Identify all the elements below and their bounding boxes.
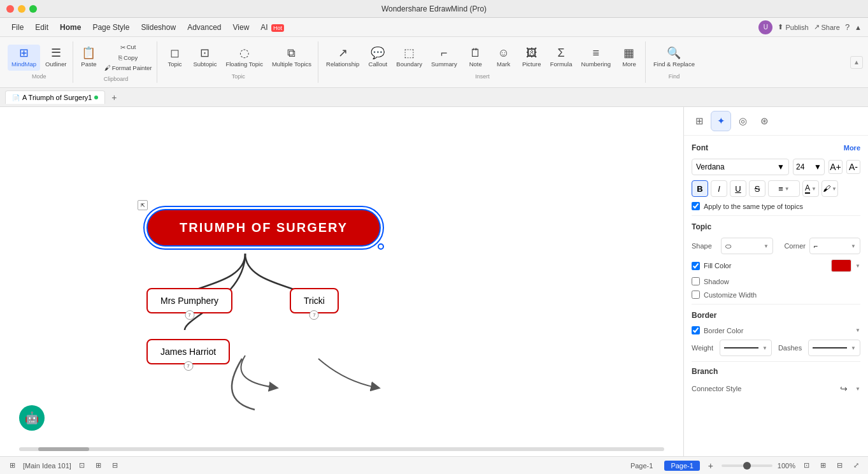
- highlight-button[interactable]: 🖌 ▼: [822, 180, 838, 197]
- font-size-decrease-button[interactable]: A-: [846, 160, 860, 174]
- user-avatar[interactable]: U: [758, 20, 772, 34]
- view-icon-3[interactable]: ⊟: [110, 460, 121, 471]
- font-family-select[interactable]: Verdana ▼: [692, 159, 789, 175]
- formula-button[interactable]: Σ Formula: [546, 45, 576, 70]
- boundary-button[interactable]: ⬚ Boundary: [392, 45, 426, 70]
- topic-button[interactable]: ◻ Topic: [161, 45, 188, 70]
- central-node[interactable]: TRIUMPH OF SURGERY: [146, 209, 381, 247]
- fill-color-swatch[interactable]: [831, 259, 851, 272]
- mark-button[interactable]: ☺ Mark: [490, 45, 517, 70]
- ai-bot-button[interactable]: 🤖: [19, 405, 45, 431]
- view-icon-2[interactable]: ⊞: [93, 460, 104, 471]
- apply-same-checkbox[interactable]: [692, 202, 700, 210]
- app-title: Wondershare EdrawMind (Pro): [381, 4, 487, 13]
- cut-button[interactable]: ✂ Cut: [102, 42, 155, 52]
- font-size-select[interactable]: 24 ▼: [793, 159, 825, 175]
- outliner-button[interactable]: ☰ Outliner: [41, 45, 70, 70]
- branch-section: Branch Connector Style ↪ ▼: [692, 367, 860, 395]
- menu-file[interactable]: File: [6, 22, 29, 33]
- formula-label: Formula: [550, 61, 573, 68]
- menu-edit[interactable]: Edit: [30, 22, 53, 33]
- corner-select[interactable]: ⌐ ▼: [809, 238, 860, 254]
- dashes-select[interactable]: ▼: [808, 340, 860, 356]
- canvas-scrollbar[interactable]: [19, 447, 664, 451]
- divider-2: [692, 304, 860, 305]
- maximize-button[interactable]: [29, 5, 37, 13]
- menu-page-style[interactable]: Page Style: [87, 22, 134, 33]
- more-button[interactable]: ▦ More: [616, 45, 643, 70]
- panel-tab-format[interactable]: ⊞: [689, 111, 709, 131]
- divider-1: [692, 215, 860, 216]
- copy-button[interactable]: ⎘ Copy: [102, 53, 155, 62]
- underline-button[interactable]: U: [730, 180, 746, 197]
- mrs-pumphery-node[interactable]: Mrs Pumphery: [146, 288, 232, 313]
- zoom-slider[interactable]: [722, 464, 772, 467]
- toolbar-collapse-button[interactable]: ▲: [850, 56, 863, 69]
- publish-button[interactable]: ⬆ Publish: [778, 23, 808, 31]
- font-color-button[interactable]: A ▼: [802, 180, 819, 197]
- menu-advanced[interactable]: Advanced: [182, 22, 226, 33]
- floating-topic-label: Floating Topic: [225, 61, 262, 68]
- add-page-button[interactable]: +: [705, 460, 716, 471]
- font-size-increase-button[interactable]: A+: [829, 160, 843, 174]
- weight-select[interactable]: ▼: [720, 340, 772, 356]
- help-icon[interactable]: ?: [845, 22, 850, 32]
- topic-group: ◻ Topic ⊡ Subtopic ◌ Floating Topic ⧉ Mu…: [159, 41, 318, 83]
- find-replace-button[interactable]: 🔍 Find & Replace: [650, 45, 699, 70]
- fullscreen-icon[interactable]: ⤢: [850, 460, 862, 471]
- share-button[interactable]: ↗ Share: [814, 23, 840, 31]
- view-icon-1[interactable]: ⊡: [76, 460, 88, 471]
- border-color-dropdown-icon[interactable]: ▼: [855, 327, 860, 333]
- format-painter-button[interactable]: 🖌 Format Painter: [102, 63, 155, 73]
- tricki-node[interactable]: Tricki: [290, 288, 339, 313]
- fill-color-dropdown-icon[interactable]: ▼: [855, 263, 860, 269]
- canvas[interactable]: ⇱ TRIUMPH OF SURGERY: [0, 107, 683, 456]
- border-section-title: Border: [692, 311, 860, 320]
- note-button[interactable]: 🗒 Note: [462, 45, 489, 70]
- picture-button[interactable]: 🖼 Picture: [518, 45, 545, 70]
- subtopic-button[interactable]: ⊡ Subtopic: [189, 45, 220, 70]
- callout-button[interactable]: 💬 Callout: [364, 45, 391, 70]
- numbering-button[interactable]: ≡ Numbering: [578, 45, 615, 70]
- summary-button[interactable]: ⌐ Summary: [427, 45, 461, 70]
- align-button[interactable]: ≡ ▼: [768, 180, 800, 197]
- strikethrough-button[interactable]: S: [749, 180, 765, 197]
- fill-color-checkbox[interactable]: [692, 262, 700, 270]
- floating-topic-button[interactable]: ◌ Floating Topic: [222, 45, 266, 70]
- page-tab-1[interactable]: Page-1: [624, 461, 659, 471]
- customize-width-checkbox[interactable]: [692, 291, 700, 299]
- ai-bot-icon: 🤖: [25, 411, 39, 425]
- panel-tab-style[interactable]: ✦: [711, 111, 731, 131]
- shadow-checkbox[interactable]: [692, 277, 700, 285]
- sidebar-toggle-icon[interactable]: ⊞: [6, 460, 18, 471]
- menu-home[interactable]: Home: [55, 22, 86, 33]
- canvas-scrollbar-thumb[interactable]: [38, 447, 89, 451]
- chevron-up-icon[interactable]: ▲: [855, 24, 862, 31]
- connector-style-dropdown-icon[interactable]: ▼: [855, 386, 860, 392]
- menu-slideshow[interactable]: Slideshow: [136, 22, 181, 33]
- close-button[interactable]: [6, 5, 14, 13]
- border-color-checkbox[interactable]: [692, 326, 700, 334]
- panel-tab-settings[interactable]: ⊛: [754, 111, 774, 131]
- topic-label: Topic: [167, 61, 181, 68]
- james-harriot-node[interactable]: James Harriot: [146, 339, 230, 364]
- bold-button[interactable]: B: [692, 180, 708, 197]
- paste-button[interactable]: 📋 Paste: [77, 42, 100, 73]
- multiple-topics-button[interactable]: ⧉ Multiple Topics: [268, 45, 315, 70]
- minimize-button[interactable]: [18, 5, 25, 13]
- italic-button[interactable]: I: [711, 180, 727, 197]
- font-more-link[interactable]: More: [844, 144, 860, 152]
- page-tab-2[interactable]: Page-1: [664, 461, 699, 471]
- fit-page-icon[interactable]: ⊞: [817, 460, 829, 471]
- zoom-thumb[interactable]: [743, 462, 751, 470]
- fit-width-icon[interactable]: ⊡: [800, 460, 812, 471]
- panel-tab-location[interactable]: ◎: [732, 111, 753, 131]
- mindmap-button[interactable]: ⊞ MindMap: [8, 45, 40, 70]
- add-tab-button[interactable]: +: [108, 91, 120, 104]
- shape-select[interactable]: ⬭ ▼: [721, 238, 773, 254]
- document-tab[interactable]: 📄 A Triumph of Surgery1: [5, 90, 105, 104]
- menu-view[interactable]: View: [228, 22, 255, 33]
- menu-ai[interactable]: AI Hot: [255, 22, 289, 33]
- relationship-button[interactable]: ↗ Relationship: [322, 45, 363, 70]
- fit-selection-icon[interactable]: ⊟: [834, 460, 845, 471]
